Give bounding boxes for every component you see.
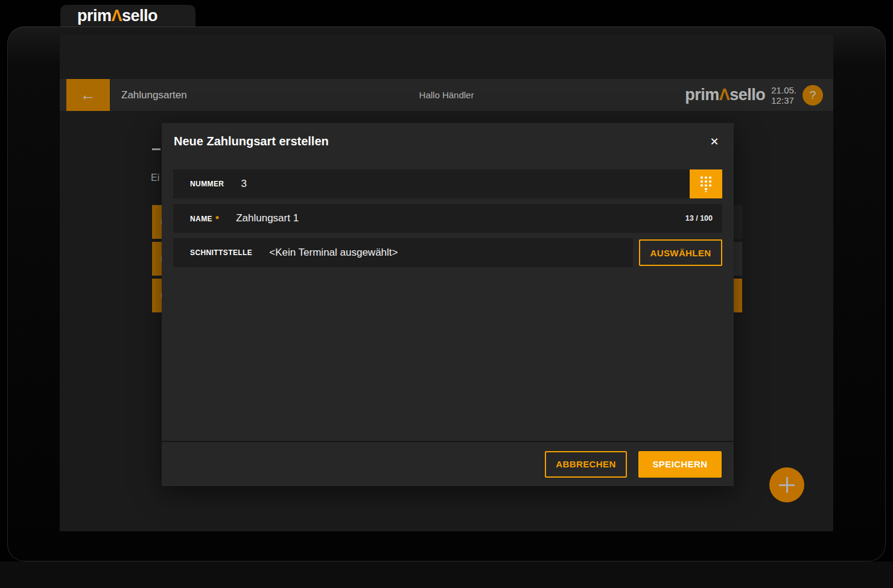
schnittstelle-label: SCHNITTSTELLE: [190, 248, 252, 257]
close-button[interactable]: ✕: [705, 133, 723, 151]
dialog-footer: ABBRECHEN SPEICHERN: [162, 441, 734, 486]
lambda-icon: Λ: [112, 7, 122, 25]
close-icon: ✕: [710, 136, 719, 148]
name-field[interactable]: NAME* Zahlungsart 1 13 / 100: [173, 204, 722, 233]
required-marker: *: [215, 213, 219, 224]
dialog-title: Neue Zahlungsart erstellen: [174, 134, 329, 148]
nummer-value: 3: [241, 178, 246, 190]
page-bottom-strip: [0, 561, 893, 588]
name-value: Zahlungsart 1: [236, 212, 299, 224]
cancel-button[interactable]: ABBRECHEN: [545, 451, 627, 478]
app-screen: ← Zahlungsarten Hallo Händler primΛsello…: [60, 34, 833, 531]
nummer-field[interactable]: NUMMER 3: [173, 169, 722, 198]
schnittstelle-value: <Kein Terminal ausgewählt>: [269, 247, 398, 259]
logo-text-right: sello: [122, 7, 157, 25]
nummer-label: NUMMER: [190, 180, 224, 188]
primasello-logo: primΛsello: [77, 7, 157, 25]
character-counter: 13 / 100: [685, 214, 713, 223]
select-terminal-button[interactable]: AUSWÄHLEN: [639, 239, 722, 266]
name-label: NAME*: [190, 213, 219, 224]
page: primΛsello ← Zahlungsarten Hallo Händler…: [0, 0, 893, 588]
schnittstelle-field[interactable]: SCHNITTSTELLE <Kein Terminal ausgewählt>: [173, 238, 633, 267]
keypad-button[interactable]: [690, 169, 722, 198]
browser-tab: primΛsello: [60, 5, 195, 27]
dialpad-icon: [699, 175, 713, 192]
save-button[interactable]: SPEICHERN: [638, 451, 722, 478]
create-payment-type-dialog: Neue Zahlungsart erstellen ✕ NUMMER 3: [162, 123, 734, 486]
schnittstelle-row: SCHNITTSTELLE <Kein Terminal ausgewählt>…: [173, 238, 722, 267]
logo-text-left: prim: [77, 7, 112, 25]
